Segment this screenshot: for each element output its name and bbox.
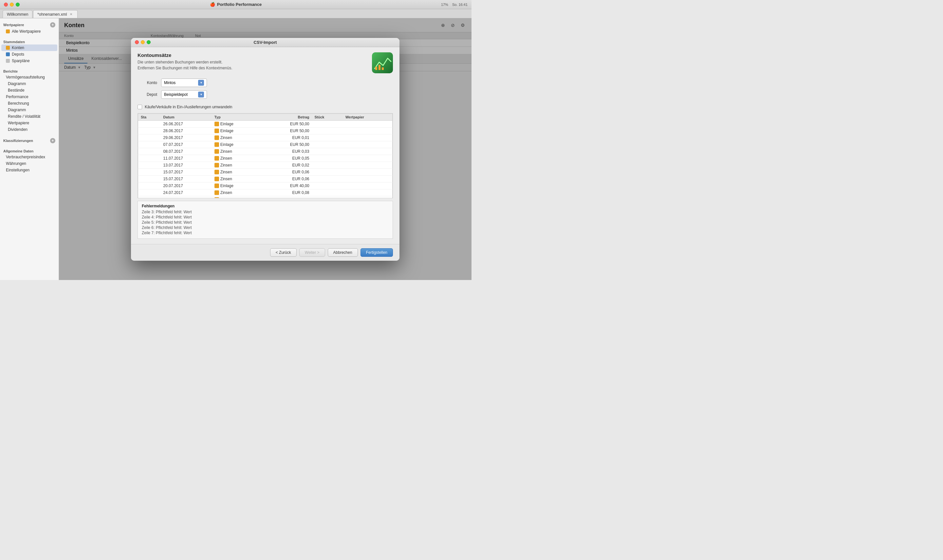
cancel-button[interactable]: Abbrechen: [328, 248, 358, 257]
tab-ohnenamen[interactable]: *ohnenamen.xml ✕: [33, 10, 77, 18]
tab-close-icon[interactable]: ✕: [69, 12, 73, 17]
sidebar-item-sparplane[interactable]: Sparpläne: [1, 58, 57, 64]
close-button[interactable]: [4, 3, 8, 6]
sidebar-item-depots-label: Depots: [12, 52, 24, 57]
type-badge-icon: [215, 135, 219, 140]
cell-typ: Zinsen: [212, 189, 262, 196]
sidebar-add-klassifizierungen-button[interactable]: +: [50, 138, 56, 143]
sidebar-section-klassifizierungen-header: Klassifizierungen +: [0, 137, 59, 144]
type-badge-icon: [215, 156, 219, 161]
csv-table-row[interactable]: 07.07.2017 Einlage EUR 50,00: [138, 141, 393, 148]
sidebar-item-konten[interactable]: Konten: [1, 45, 57, 51]
sidebar-item-einstellungen[interactable]: Einstellungen: [1, 167, 57, 173]
col-stueck-header: Stück: [312, 114, 343, 120]
csv-table-row[interactable]: 24.07.2017 Zinsen EUR 0,08: [138, 189, 393, 196]
error-section: Fehlermeldungen Zeile 3: Pflichtfeld feh…: [137, 201, 393, 239]
back-button[interactable]: < Zurück: [270, 248, 297, 257]
sidebar-item-vermogensaufstellung-label: Vermögensaufstellung: [6, 75, 45, 80]
sidebar-item-depots[interactable]: Depots: [1, 51, 57, 58]
csv-modal-minimize-button[interactable]: [141, 40, 145, 44]
cell-stueck: [312, 155, 343, 162]
sidebar-section-stammdaten: Stammdaten Konten Depots Sparpläne: [0, 36, 59, 65]
clock: So. 16:41: [452, 3, 468, 6]
csv-table-row[interactable]: 26.06.2017 Einlage EUR 50,00: [138, 120, 393, 127]
csv-table-row[interactable]: 29.06.2017 Zinsen EUR 0,01: [138, 134, 393, 141]
sidebar-item-rendite-volatilitat-label: Rendite / Volatilität: [8, 114, 40, 119]
sidebar-item-berechnung[interactable]: Berechnung: [1, 100, 57, 107]
cell-wertpapier: [343, 155, 393, 162]
cell-sta: [138, 182, 161, 189]
sidebar-item-diagramm-1[interactable]: Diagramm: [1, 80, 57, 87]
konto-form-row: Konto Mintos ▾: [137, 78, 393, 87]
sidebar-add-wertpapiere-button[interactable]: +: [50, 22, 56, 28]
csv-table-row[interactable]: 24.07.2017 Einlage EUR 60,00: [138, 196, 393, 198]
cell-stueck: [312, 182, 343, 189]
finish-button[interactable]: Fertigstellen: [361, 248, 393, 257]
csv-table-row[interactable]: 28.06.2017 Einlage EUR 50,00: [138, 127, 393, 134]
sidebar-item-rendite-volatilitat[interactable]: Rendite / Volatilität: [1, 113, 57, 120]
sidebar-item-performance-label: Performance: [6, 95, 28, 99]
sidebar-item-bestande-label: Bestände: [8, 88, 25, 92]
csv-table-row[interactable]: 13.07.2017 Zinsen EUR 0,02: [138, 162, 393, 168]
sidebar-item-wertpapiere[interactable]: Wertpapiere: [1, 120, 57, 126]
type-badge-icon: [215, 163, 219, 168]
sidebar-item-performance[interactable]: Performance: [1, 94, 57, 100]
depot-label: Depot: [137, 92, 157, 97]
depot-form-row: Depot Beispieldepot ▾: [137, 90, 393, 99]
cell-betrag: EUR 50,00: [262, 127, 312, 134]
col-typ-header: Typ: [212, 114, 262, 120]
csv-table-row[interactable]: 08.07.2017 Zinsen EUR 0,03: [138, 148, 393, 155]
csv-table-row[interactable]: 11.07.2017 Zinsen EUR 0,05: [138, 155, 393, 162]
cell-wertpapier: [343, 134, 393, 141]
cell-wertpapier: [343, 168, 393, 175]
sidebar: Wertpapiere + Alle Wertpapiere Stammdate…: [0, 18, 59, 280]
cell-datum: 29.06.2017: [161, 134, 212, 141]
csv-table-row[interactable]: 15.07.2017 Zinsen EUR 0,06: [138, 168, 393, 175]
csv-table-row[interactable]: 20.07.2017 Einlage EUR 40,00: [138, 182, 393, 189]
sidebar-item-dividenden[interactable]: Dividenden: [1, 126, 57, 133]
cell-typ: Zinsen: [212, 148, 262, 155]
type-badge-icon: [215, 170, 219, 174]
type-badge-icon: [215, 129, 219, 133]
cell-wertpapier: [343, 141, 393, 148]
cell-datum: 08.07.2017: [161, 148, 212, 155]
cell-typ: Einlage: [212, 196, 262, 198]
tab-willkommen[interactable]: Willkommen: [3, 10, 32, 18]
depot-select[interactable]: Beispieldepot ▾: [161, 90, 207, 99]
kaufe-checkbox[interactable]: [137, 105, 142, 109]
svg-rect-3: [378, 65, 380, 70]
sidebar-item-diagramm-2[interactable]: Diagramm: [1, 107, 57, 113]
type-label: Einlage: [221, 122, 233, 126]
sidebar-item-icon: [6, 29, 10, 33]
error-line: Zeile 6: Pflichtfeld fehlt: Wert: [142, 225, 389, 230]
cell-wertpapier: [343, 120, 393, 127]
error-section-title: Fehlermeldungen: [142, 204, 389, 208]
csv-modal-close-button[interactable]: [135, 40, 139, 44]
sidebar-item-alle-wertpapiere[interactable]: Alle Wertpapiere: [1, 28, 57, 35]
maximize-button[interactable]: [16, 3, 20, 6]
sidebar-item-verbraucherpreisindex[interactable]: Verbraucherpreisindex: [1, 154, 57, 160]
battery-status: 17%: [441, 3, 448, 6]
csv-modal-titlebar: CSV-Import: [131, 38, 400, 47]
sidebar-item-bestande[interactable]: Bestände: [1, 87, 57, 94]
csv-modal-maximize-button[interactable]: [147, 40, 151, 44]
sidebar-item-depots-icon: [6, 52, 10, 56]
tab-ohnenamen-label: *ohnenamen.xml: [37, 12, 67, 17]
sidebar-item-wahrungen[interactable]: Währungen: [1, 160, 57, 167]
csv-transaction-table-wrapper[interactable]: Sta Datum Typ Betrag Stück Wertpapier: [137, 113, 393, 198]
konto-select[interactable]: Mintos ▾: [161, 78, 207, 87]
cell-typ: Einlage: [212, 120, 262, 127]
depot-select-arrow-icon: ▾: [198, 92, 204, 97]
csv-modal-heading: Kontoumsätze: [137, 52, 233, 58]
csv-modal-header-text: Kontoumsätze Die unten stehenden Buchung…: [137, 52, 233, 71]
konto-select-value: Mintos: [164, 80, 176, 85]
type-badge-icon: [215, 190, 219, 195]
sidebar-item-diagramm-2-label: Diagramm: [8, 108, 26, 112]
minimize-button[interactable]: [10, 3, 14, 6]
type-badge-icon: [215, 149, 219, 154]
sidebar-section-berichte-label: Berichte: [3, 69, 18, 73]
sidebar-item-vermogensaufstellung[interactable]: Vermögensaufstellung: [1, 74, 57, 80]
cell-wertpapier: [343, 148, 393, 155]
cell-typ: Zinsen: [212, 155, 262, 162]
csv-table-row[interactable]: 15.07.2017 Zinsen EUR 0,06: [138, 175, 393, 182]
